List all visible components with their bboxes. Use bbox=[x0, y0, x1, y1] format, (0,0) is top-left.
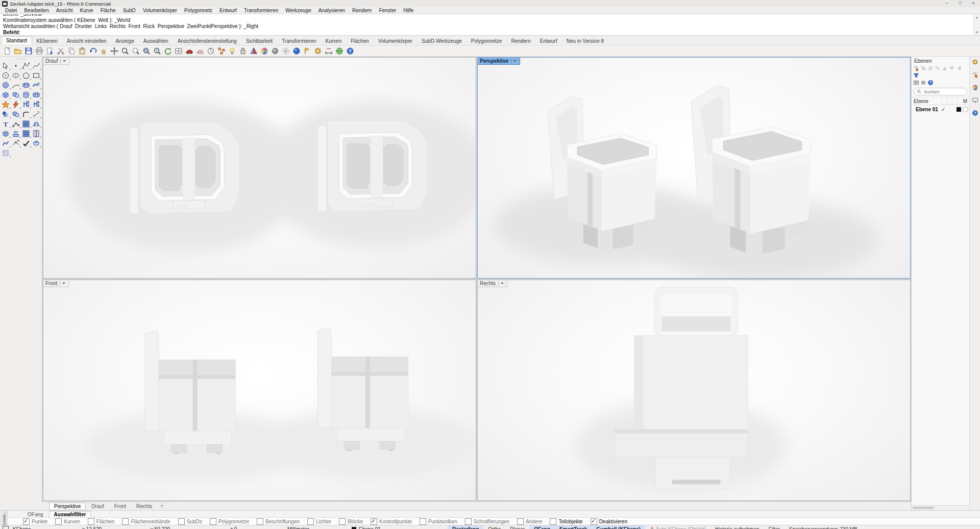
move-down-icon[interactable] bbox=[949, 65, 955, 71]
command-prompt[interactable]: Befehl: bbox=[3, 30, 980, 36]
layers-tab-icon[interactable] bbox=[971, 70, 979, 79]
toolbar-tab-volumenk-rper[interactable]: Volumenkörper bbox=[374, 37, 417, 45]
layers-search[interactable] bbox=[914, 88, 967, 95]
text-icon[interactable]: T bbox=[1, 119, 11, 129]
curve-icon[interactable] bbox=[32, 61, 41, 70]
viewport-label-front[interactable]: Front bbox=[43, 280, 69, 287]
insert-point-icon[interactable] bbox=[11, 139, 21, 148]
layer-material-icon[interactable] bbox=[963, 107, 968, 112]
zoom-icon[interactable] bbox=[119, 46, 130, 56]
cplane-icon[interactable] bbox=[1, 148, 11, 158]
extract-surface-icon[interactable] bbox=[11, 100, 21, 109]
duplicate-layer-icon[interactable] bbox=[935, 65, 941, 71]
menu-item-rendern[interactable]: Rendern bbox=[349, 8, 375, 13]
dimension-icon[interactable] bbox=[323, 46, 334, 56]
toolbar-tab-sichtbarkeit[interactable]: Sichtbarkeit bbox=[241, 37, 277, 45]
checkbox-icon[interactable] bbox=[420, 518, 426, 525]
toolbar-tab-fl-chen[interactable]: Flächen bbox=[346, 37, 374, 45]
undo-icon[interactable] bbox=[87, 46, 98, 56]
close-button[interactable]: × bbox=[967, 0, 980, 7]
filter-lichter[interactable]: Lichter bbox=[307, 518, 331, 525]
arc-icon[interactable] bbox=[11, 81, 21, 90]
render-icon[interactable] bbox=[270, 46, 280, 56]
loft-surface-icon[interactable] bbox=[32, 90, 41, 99]
help-icon[interactable]: ? bbox=[345, 46, 355, 56]
status-toggle-rasterfang[interactable]: Rasterfang bbox=[448, 525, 483, 529]
filter-polygonnetze[interactable]: Polygonnetze bbox=[210, 518, 250, 525]
toolbar-tab-neu-in-version-8[interactable]: Neu in Version 8 bbox=[562, 37, 608, 45]
help-tab-icon[interactable]: ? bbox=[971, 109, 979, 117]
checkbox-icon[interactable] bbox=[307, 518, 314, 525]
pan-icon[interactable] bbox=[98, 46, 109, 56]
cylinder-icon[interactable] bbox=[21, 90, 31, 99]
viewport-tab-icon[interactable] bbox=[971, 96, 979, 104]
open-file-icon[interactable] bbox=[12, 46, 23, 56]
layers-hscrollbar[interactable] bbox=[912, 505, 969, 510]
checkbox-icon[interactable] bbox=[210, 518, 216, 525]
filter-beschriftungen[interactable]: Beschriftungen bbox=[257, 518, 300, 525]
viewport-tab-perspektive[interactable]: Perspektive bbox=[49, 502, 86, 510]
viewport-tab-rechts[interactable]: Rechts bbox=[132, 503, 157, 510]
polygon-icon[interactable] bbox=[21, 71, 31, 80]
filter-side-tab[interactable]: Auswa... bbox=[0, 511, 8, 525]
mirror-icon[interactable] bbox=[32, 119, 41, 129]
trim-solid-icon[interactable] bbox=[32, 100, 41, 109]
checkbox-icon[interactable] bbox=[257, 518, 263, 525]
color-wheel-icon[interactable] bbox=[259, 46, 270, 56]
rotate-view-icon[interactable] bbox=[162, 46, 173, 56]
layers-search-input[interactable] bbox=[923, 89, 961, 95]
zoom-selected-icon[interactable] bbox=[152, 46, 162, 56]
maximize-button[interactable]: □ bbox=[953, 0, 967, 7]
split-solid-icon[interactable] bbox=[21, 100, 31, 109]
menu-item-datei[interactable]: Datei bbox=[2, 8, 20, 13]
explode-icon[interactable] bbox=[1, 100, 11, 109]
rectangle-icon[interactable] bbox=[32, 71, 41, 80]
fillet-curve-icon[interactable] bbox=[21, 110, 31, 119]
checkbox-icon[interactable] bbox=[23, 518, 30, 525]
zoom-window-icon[interactable] bbox=[141, 46, 152, 56]
toolbar-tab-subd-werkzeuge[interactable]: SubD-Werkzeuge bbox=[417, 37, 467, 45]
viewport-rechts[interactable]: Rechts bbox=[477, 280, 911, 501]
checkbox-icon[interactable] bbox=[517, 518, 524, 525]
viewport-menu-arrow-icon[interactable] bbox=[511, 59, 518, 63]
ghosted-display-icon[interactable] bbox=[194, 46, 205, 56]
web-globe-icon[interactable] bbox=[334, 46, 345, 56]
filter-teilobjekte[interactable]: Teilobjekte bbox=[550, 518, 582, 525]
shaded-mode-icon[interactable] bbox=[248, 46, 259, 56]
menu-item-entwurf[interactable]: Entwurf bbox=[216, 8, 240, 13]
array-icon[interactable] bbox=[21, 119, 31, 129]
status-toggle-filter[interactable]: Filter bbox=[764, 525, 785, 529]
menu-item-fenster[interactable]: Fenster bbox=[375, 8, 400, 13]
filter-bl-cke[interactable]: Blöcke bbox=[339, 518, 363, 525]
filter-punkte[interactable]: Punkte bbox=[23, 518, 47, 525]
menu-item-kurve[interactable]: Kurve bbox=[77, 8, 97, 13]
viewport-menu-arrow-icon[interactable] bbox=[60, 59, 67, 63]
toolbar-tab-entwurf[interactable]: Entwurf bbox=[535, 37, 562, 45]
new-sublayer-icon[interactable] bbox=[920, 65, 926, 71]
layer-help-icon[interactable]: ? bbox=[927, 80, 934, 86]
layer-row[interactable]: Ebene 01 ✓ bbox=[912, 105, 969, 113]
status-toggle-auto-kebene-objekt-[interactable]: Auto-KEbene (Objekt) bbox=[645, 525, 710, 529]
palette-grip[interactable] bbox=[0, 57, 42, 60]
promote-layer-icon[interactable] bbox=[956, 65, 962, 71]
toolbar-tab-ansicht-einstellen[interactable]: Ansicht einstellen bbox=[62, 37, 111, 45]
filter-kurven[interactable]: Kurven bbox=[55, 518, 80, 525]
menu-item-transformieren[interactable]: Transformieren bbox=[240, 8, 282, 13]
array-grid-icon[interactable] bbox=[21, 129, 31, 138]
paste-icon[interactable] bbox=[77, 46, 87, 56]
viewport-tab-front[interactable]: Front bbox=[110, 503, 131, 510]
viewport-label-drauf[interactable]: Drauf bbox=[43, 58, 69, 65]
checkbox-icon[interactable] bbox=[371, 518, 377, 525]
twist-icon[interactable] bbox=[1, 139, 11, 148]
extrude-icon[interactable] bbox=[11, 129, 21, 138]
filter-kontrollpunkte[interactable]: Kontrollpunkte bbox=[371, 518, 412, 525]
box-icon[interactable] bbox=[1, 90, 11, 99]
viewport-menu-arrow-icon[interactable] bbox=[498, 281, 505, 286]
status-toggle-smarttrack[interactable]: SmartTrack bbox=[555, 525, 592, 529]
status-toggle-historie-aufnehmen[interactable]: Historie aufnehmen bbox=[710, 525, 764, 529]
curved-surface-icon[interactable] bbox=[32, 81, 41, 90]
viewport-tab-drauf[interactable]: Drauf bbox=[87, 503, 108, 510]
cplane-indicator-icon[interactable] bbox=[3, 526, 9, 529]
toolbar-tab-rendern[interactable]: Rendern bbox=[506, 37, 535, 45]
surface-patch-icon[interactable] bbox=[21, 81, 31, 90]
